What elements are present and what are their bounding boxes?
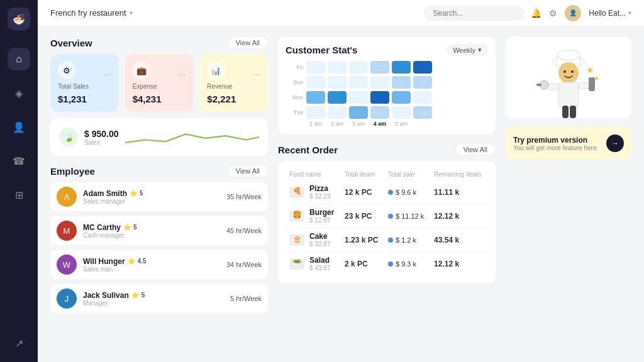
food-details: Pizza $ 32.23	[309, 184, 330, 200]
revenue-menu[interactable]: ···	[253, 69, 260, 79]
heatmap-cells	[306, 106, 432, 119]
remaining-cell: 11.11 k	[430, 180, 488, 204]
sales-sparkline	[125, 126, 260, 148]
avatar: 👤	[565, 5, 581, 21]
hcell	[370, 91, 389, 104]
total-sales-icon: ⚙	[58, 62, 75, 79]
food-details: Burger $ 12.87	[309, 208, 334, 224]
avatar: W	[57, 255, 77, 275]
food-name-cell: 🥗 Salad $ 43.87	[286, 252, 341, 276]
hcell	[349, 91, 368, 104]
sidebar-item-home[interactable]: ⌂	[8, 48, 30, 70]
hcell	[349, 61, 368, 74]
total-sales-value: $1,231	[58, 94, 111, 104]
expense-card: 💼 ··· Expense $4,231	[125, 54, 194, 112]
food-cell: 🎂 Cake $ 32.87	[289, 232, 337, 248]
emp-name: Jack Sulivan ⭐ 5	[83, 291, 224, 300]
search-input[interactable]	[424, 6, 525, 21]
food-name-cell: 🍔 Burger $ 12.87	[286, 204, 341, 228]
chef-svg: ★ ★	[531, 43, 606, 124]
employee-view-all[interactable]: View All	[228, 165, 268, 177]
heatmap-cells	[306, 91, 432, 104]
remaining-cell: 12.12 k	[430, 204, 488, 228]
chef-illustration: ★ ★	[531, 43, 606, 112]
chef-card: ★ ★	[506, 36, 631, 118]
table-header: Food name Total iteam Total sale Remaini…	[286, 168, 488, 180]
hcell	[306, 91, 325, 104]
svg-text:★: ★	[586, 65, 594, 75]
sales-chart-card: 🍃 $ 950.00 Sales	[50, 118, 268, 156]
revenue-card: 📊 ··· Revenue $2,221	[199, 54, 268, 112]
col-remaining: Remaining iteam	[430, 168, 488, 180]
gear-icon[interactable]: ⚙	[549, 8, 557, 18]
revenue-value: $2,221	[207, 94, 260, 104]
total-sale: $ 9.3 k	[388, 260, 426, 268]
sidebar-item-grid[interactable]: ⊞	[8, 184, 30, 206]
overview-view-all[interactable]: View All	[228, 36, 268, 49]
total-items-cell: 23 k PC	[341, 204, 384, 228]
total-sales-menu[interactable]: ···	[104, 69, 111, 79]
time-label: 1 am	[306, 121, 325, 127]
emp-role: Sales manager	[83, 198, 220, 205]
heatmap-label: Mon	[286, 94, 303, 101]
col-food-name: Food name	[286, 168, 341, 180]
total-sale-cell: $ 1.2 k	[384, 228, 430, 252]
svg-rect-6	[558, 82, 579, 107]
emp-name: MC Carthy ⭐ 5	[83, 223, 220, 232]
user-chevron-icon[interactable]: ▾	[628, 9, 631, 16]
sale-dot	[388, 238, 393, 243]
premium-text: Try premium version You will get more fe…	[513, 136, 600, 151]
customer-stats-card: Customer Stat's Weekly ▾ Fri	[278, 36, 496, 134]
food-icon: 🎂	[289, 234, 304, 246]
remaining-cell: 12.12 k	[430, 252, 488, 276]
food-name: Burger	[309, 208, 334, 217]
food-name: Cake	[309, 232, 330, 241]
total-items-cell: 2 k PC	[341, 252, 384, 276]
svg-rect-13	[570, 106, 576, 118]
total-sale-cell: $ 9.6 k	[384, 180, 430, 204]
sidebar: 🍜 ⌂ ◈ 👤 ☎ ⊞ ↗	[0, 0, 38, 362]
emp-role: Manager	[83, 300, 224, 307]
total-sale-cell: $ 9.3 k	[384, 252, 430, 276]
sidebar-item-users[interactable]: 👤	[8, 116, 30, 138]
table-row: 🎂 Cake $ 32.87 1.23 k PC	[286, 228, 488, 252]
sidebar-item-chat[interactable]: ☎	[8, 150, 30, 172]
time-label: 2 am	[328, 121, 347, 127]
list-item: J Jack Sulivan ⭐ 5 Manager 5 hr/Week	[50, 284, 268, 313]
emp-hours: 5 hr/Week	[230, 295, 262, 302]
bell-icon[interactable]: 🔔	[531, 8, 541, 18]
hcell	[328, 106, 347, 119]
premium-button[interactable]: →	[606, 134, 624, 152]
heatmap-cells	[306, 76, 432, 89]
emp-info: MC Carthy ⭐ 5 Cash manager	[83, 223, 220, 239]
sidebar-logo: 🍜	[8, 8, 30, 30]
food-name-cell: 🎂 Cake $ 32.87	[286, 228, 341, 252]
hcell	[306, 76, 325, 89]
svg-point-2	[557, 50, 580, 60]
hcell	[370, 106, 389, 119]
svg-rect-12	[562, 106, 569, 118]
heatmap-label: Fri	[286, 64, 303, 70]
table-row: 🍕 Pizza $ 32.23 12 k PC	[286, 180, 488, 204]
chevron-down-icon[interactable]: ▾	[130, 9, 133, 16]
time-label: 5 am	[392, 121, 411, 127]
col-total-sale: Total sale	[384, 168, 430, 180]
customer-stats-title: Customer Stat's	[286, 45, 357, 55]
svg-rect-9	[536, 84, 541, 86]
emp-info: Will Hunger ⭐ 4.5 Sales man	[83, 257, 220, 273]
sidebar-item-export[interactable]: ↗	[8, 332, 30, 354]
content-area: Overview View All ⚙ ··· Total Sales $1,2…	[38, 26, 644, 362]
list-item: A Adam Smith ⭐ 5 Sales manager 35 hr/Wee…	[50, 182, 268, 211]
recent-order-view-all[interactable]: View All	[455, 143, 496, 156]
food-details: Salad $ 43.87	[309, 256, 330, 272]
weekly-filter[interactable]: Weekly ▾	[447, 44, 488, 56]
list-item: M MC Carthy ⭐ 5 Cash manager 45 hr/Week	[50, 216, 268, 245]
table-row: 🍔 Burger $ 12.87 23 k PC	[286, 204, 488, 228]
expense-menu[interactable]: ···	[179, 69, 186, 79]
premium-card: Try premium version You will get more fe…	[506, 127, 631, 160]
food-details: Cake $ 32.87	[309, 232, 330, 248]
overview-title: Overview	[50, 38, 92, 48]
sidebar-item-nav[interactable]: ◈	[8, 82, 30, 104]
food-price: $ 12.87	[309, 217, 334, 224]
food-cell: 🍔 Burger $ 12.87	[289, 208, 337, 224]
